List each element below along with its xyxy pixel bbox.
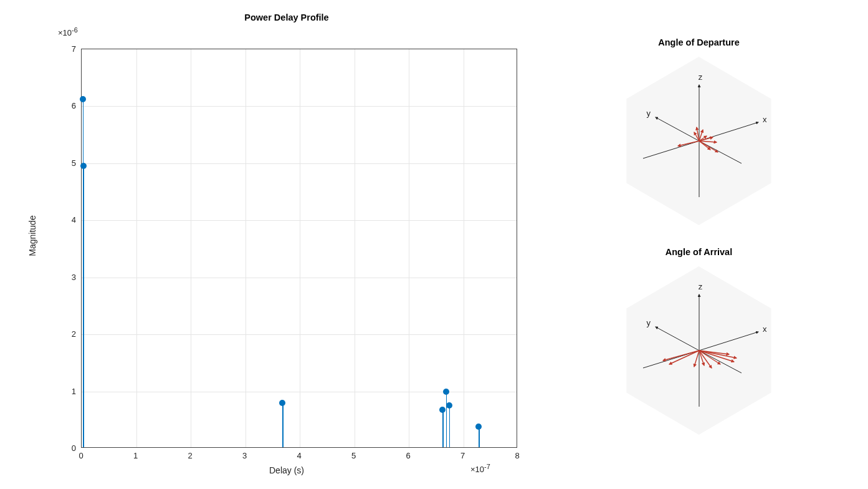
y-tick-label: 6: [56, 101, 76, 110]
stem-line: [446, 390, 447, 447]
stem-line: [83, 165, 85, 447]
stem-marker: [80, 96, 86, 102]
aoa-hexagon[interactable]: zxy: [612, 263, 786, 438]
stem-line: [449, 404, 451, 447]
y-tick-label: 3: [56, 272, 76, 281]
svg-line-3: [643, 141, 699, 158]
svg-text:z: z: [698, 282, 702, 291]
gridline-v: [136, 49, 137, 447]
gridline-h: [82, 392, 517, 392]
svg-text:x: x: [763, 115, 767, 124]
svg-line-13: [656, 327, 699, 351]
pdp-plot-wrap: Magnitude Delay (s) 01234567801234567: [56, 24, 517, 448]
svg-text:y: y: [646, 318, 651, 327]
svg-text:z: z: [698, 72, 702, 82]
direction-vector: [699, 351, 712, 368]
svg-line-11: [699, 332, 758, 351]
direction-vector: [678, 141, 699, 146]
figure-container: Power Delay Profile ×10-6 Magnitude Dela…: [0, 0, 868, 489]
x-tick-label: 3: [242, 451, 247, 460]
gridline-v: [191, 49, 191, 447]
aod-title: Angle of Departure: [658, 37, 740, 47]
x-tick-label: 1: [133, 451, 138, 460]
stem-line: [282, 402, 284, 447]
x-tick-label: 7: [460, 451, 465, 460]
gridline-h: [82, 278, 517, 278]
y-tick-label: 1: [56, 386, 76, 395]
stem-marker: [443, 389, 449, 395]
gridline-v: [409, 49, 409, 447]
stem-marker: [446, 402, 452, 409]
pdp-plot-area[interactable]: [81, 49, 517, 448]
y-tick-label: 2: [56, 329, 76, 339]
stem-marker: [279, 400, 285, 406]
aod-block: Angle of Departure zxy: [612, 37, 786, 228]
stem-line: [442, 409, 444, 447]
aod-hexagon[interactable]: zxy: [612, 54, 786, 228]
x-tick-label: 8: [515, 451, 519, 460]
y-tick-label: 5: [56, 158, 76, 167]
x-tick-label: 2: [188, 451, 192, 460]
direction-vector: [694, 351, 699, 367]
pdp-title: Power Delay Profile: [56, 12, 517, 22]
svg-text:x: x: [763, 324, 767, 334]
pdp-panel: Power Delay Profile ×10-6 Magnitude Dela…: [0, 0, 530, 489]
x-axis-label: Delay (s): [269, 465, 304, 475]
gridline-v: [246, 49, 246, 447]
gridline-h: [82, 163, 517, 164]
gridline-h: [82, 106, 517, 107]
gridline-v: [355, 49, 355, 447]
direction-vector: [699, 141, 718, 152]
angle-panel: Angle of Departure zxy Angle of Arrival …: [530, 0, 868, 489]
x-tick-label: 0: [79, 451, 83, 460]
y-tick-label: 0: [56, 443, 76, 453]
aoa-axes-svg: zxy: [612, 263, 786, 438]
svg-line-14: [699, 351, 742, 373]
aoa-title: Angle of Arrival: [665, 247, 732, 257]
stem-marker: [80, 163, 87, 169]
gridline-h: [82, 334, 517, 335]
aoa-block: Angle of Arrival zxy: [612, 247, 786, 438]
x-tick-label: 6: [406, 451, 410, 460]
svg-line-4: [656, 117, 699, 141]
x-tick-label: 4: [297, 451, 301, 460]
gridline-v: [300, 49, 300, 447]
gridline-v: [464, 49, 464, 447]
x-exponent-label: ×10-7: [470, 463, 490, 474]
gridline-h: [82, 220, 517, 221]
x-tick-label: 5: [351, 451, 356, 460]
y-axis-label: Magnitude: [27, 215, 37, 256]
stem-marker: [439, 407, 446, 413]
y-tick-label: 4: [56, 215, 76, 225]
stem-marker: [475, 424, 482, 430]
y-tick-label: 7: [56, 44, 76, 54]
aod-axes-svg: zxy: [612, 54, 786, 228]
svg-text:y: y: [646, 109, 651, 118]
